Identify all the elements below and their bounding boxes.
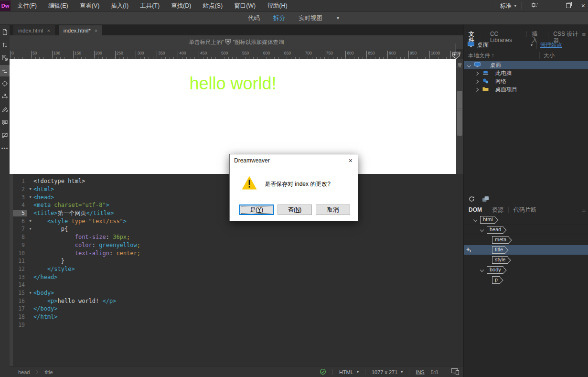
code-line[interactable]: 17</body> [10, 305, 463, 313]
dom-tree-item[interactable]: p [464, 275, 588, 285]
file-tree-item[interactable]: 网络 [464, 77, 588, 86]
tab-dom[interactable]: DOM [464, 207, 487, 213]
swap-arrows-icon[interactable] [0, 39, 10, 51]
live-view-button[interactable]: 实时视图 [299, 14, 322, 22]
doc-type-dropdown[interactable]: HTML ▾ [339, 369, 359, 375]
outline-icon[interactable] [0, 65, 10, 76]
code-line[interactable]: 18</html> [10, 313, 463, 321]
code-line[interactable]: 19 [10, 321, 463, 329]
dreamweaver-logo[interactable]: Dw [0, 0, 11, 11]
dom-tree-item[interactable]: meta [464, 235, 588, 245]
device-preview-icon[interactable] [451, 368, 460, 376]
code-line[interactable]: 8font-size: 36px; [10, 233, 463, 241]
fold-arrow-icon[interactable]: ▼ [27, 187, 33, 191]
dom-tree-item[interactable]: body [464, 265, 588, 275]
dom-tree-item[interactable]: +,title [464, 245, 588, 255]
tag-selector-title[interactable]: title [44, 369, 53, 375]
dialog-title-bar[interactable]: Dreamweaver × [230, 154, 358, 166]
menu-item-8[interactable]: 帮助(H) [267, 2, 287, 10]
code-inspect-icon[interactable] [0, 52, 10, 64]
tab-close-icon[interactable]: × [47, 28, 50, 33]
dom-tag-pill[interactable]: style [492, 256, 508, 264]
dom-tree-item[interactable]: html [464, 215, 588, 225]
fold-arrow-icon[interactable]: ▼ [27, 291, 33, 295]
code-line[interactable]: 16<p>hello world! </p> [10, 297, 463, 305]
code-line[interactable]: 12</style> [10, 265, 463, 273]
insert-element-icon[interactable]: +, [466, 246, 470, 253]
menu-item-4[interactable]: 工具(T) [140, 2, 160, 10]
code-line[interactable]: 10text-align: center; [10, 249, 463, 257]
menu-item-1[interactable]: 编辑(E) [48, 2, 68, 10]
tab-cc-libraries[interactable]: CC Libraries [485, 31, 527, 37]
dom-tag-pill[interactable]: body [487, 266, 503, 274]
brush-icon[interactable] [0, 104, 10, 115]
dom-tree-item[interactable]: head [464, 225, 588, 235]
manage-sites-link[interactable]: 管理站点 [540, 42, 562, 49]
menu-item-3[interactable]: 插入(I) [111, 2, 128, 10]
close-button[interactable]: × [581, 2, 585, 9]
refresh-icon[interactable] [468, 195, 475, 204]
local-files-column-header[interactable]: 本地文件 ↑ [468, 52, 494, 59]
horizontal-ruler[interactable]: 0501001502002503003504004505005506006507… [10, 49, 456, 59]
menu-item-2[interactable]: 查看(V) [80, 2, 100, 10]
size-column-header[interactable]: 大小 [544, 52, 555, 59]
expand-chevron-icon[interactable] [467, 63, 471, 67]
fold-arrow-icon[interactable]: ▼ [27, 219, 33, 223]
dom-tag-pill[interactable]: html [480, 216, 495, 224]
expand-chevron-icon[interactable] [475, 87, 479, 91]
fold-arrow-icon[interactable]: ▼ [27, 195, 33, 199]
more-options-icon[interactable]: ••• [0, 142, 10, 154]
comment-icon[interactable] [0, 117, 10, 128]
code-view-button[interactable]: 代码 [248, 14, 260, 22]
code-line[interactable]: 11} [10, 257, 463, 265]
file-tree-item[interactable]: 桌面 [464, 61, 588, 69]
expand-chevron-icon[interactable] [473, 218, 477, 222]
fold-arrow-icon[interactable]: ▼ [27, 227, 33, 231]
target-icon[interactable] [0, 78, 10, 89]
tab-assets[interactable]: 资源 [487, 207, 509, 213]
code-line[interactable]: 14 [10, 281, 463, 289]
site-selector[interactable]: 桌面 ▾ 管理站点 [464, 40, 588, 50]
workspace-switcher[interactable]: 标准 ▾ [495, 2, 522, 10]
window-size-dropdown[interactable]: 1077 x 271 ▾ [372, 369, 403, 375]
code-line[interactable]: 15▼<body> [10, 289, 463, 297]
expand-chevron-icon[interactable] [475, 79, 479, 83]
code-line[interactable]: 9color: greenyellow; [10, 241, 463, 249]
code-line[interactable]: 13</head> [10, 273, 463, 281]
dom-tag-pill[interactable]: head [487, 226, 503, 234]
design-paragraph-text[interactable]: hello world! [10, 74, 456, 94]
insert-mode-toggle[interactable]: INS [416, 369, 424, 375]
sync-settings-icon[interactable] [530, 1, 538, 10]
new-file-icon[interactable] [0, 26, 10, 38]
menu-item-5[interactable]: 查找(D) [171, 2, 191, 10]
minimize-button[interactable] [551, 6, 556, 6]
dialog-yes-button[interactable]: 是(Y) [239, 205, 274, 215]
document-tab[interactable]: index.html*× [59, 25, 102, 35]
live-view-caret-icon[interactable]: ▼ [336, 16, 340, 21]
tab-close-icon[interactable]: × [95, 28, 97, 33]
document-tab[interactable]: index.html× [13, 25, 55, 35]
design-scrollbar-handle[interactable] [457, 91, 462, 136]
menu-item-7[interactable]: 窗口(W) [234, 2, 256, 10]
menu-item-6[interactable]: 站点(S) [203, 2, 223, 10]
dom-tree-item[interactable]: style [464, 255, 588, 265]
restore-button[interactable] [566, 3, 571, 8]
expand-chevron-icon[interactable] [480, 228, 484, 232]
menu-item-0[interactable]: 文件(F) [17, 2, 37, 10]
file-sync-icon[interactable] [482, 196, 490, 204]
lint-ok-icon[interactable] [320, 368, 326, 376]
files-panel-menu-icon[interactable]: ≡ [582, 31, 586, 38]
code-line[interactable]: 7▼p{ [10, 225, 463, 233]
file-tree-item[interactable]: 桌面项目 [464, 86, 588, 94]
comment-disabled-icon[interactable] [0, 129, 10, 141]
expand-chevron-icon[interactable] [475, 71, 479, 75]
tag-selector-head[interactable]: head [18, 369, 30, 375]
file-tree-item[interactable]: 此电脑 [464, 69, 588, 77]
dom-tag-pill[interactable]: title [492, 246, 505, 254]
dom-tag-pill[interactable]: meta [492, 236, 509, 244]
dom-panel-menu-icon[interactable]: ≡ [582, 206, 586, 214]
dom-tag-pill[interactable]: p [492, 276, 500, 284]
width-scrubber-icon[interactable] [0, 91, 10, 102]
expand-chevron-icon[interactable] [480, 268, 484, 272]
split-view-button[interactable]: 拆分 [273, 14, 285, 22]
